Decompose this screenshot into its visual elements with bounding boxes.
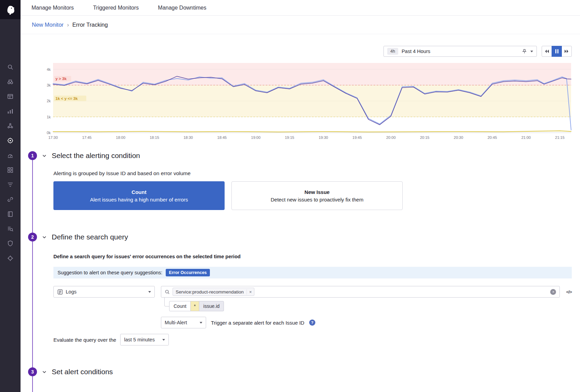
evaluation-window-value: last 5 minutes [124,337,160,342]
step-1-badge: 1 [28,151,37,160]
svg-text:1k: 1k [47,115,51,119]
aggregation-star-pill[interactable]: * [190,301,199,311]
new-issue-card-title: New Issue [304,189,329,195]
chevron-down-icon[interactable] [42,235,47,240]
svg-text:2k: 2k [47,99,51,103]
section-1-header[interactable]: 1 Select the alerting condition [28,151,580,160]
sidebar-nav [0,60,21,265]
monitors-topnav: Manage Monitors Triggered Monitors Manag… [21,0,580,16]
fast-forward-icon [564,49,569,54]
svg-text:17:45: 17:45 [82,135,92,140]
service-filter-tag[interactable]: Service:product-recommendation × [173,288,254,296]
count-card[interactable]: Count Alert issues having a high number … [53,181,225,210]
chevron-down-icon [148,291,151,293]
watchdog-icon[interactable] [0,74,21,89]
synthetics-icon[interactable] [0,192,21,207]
page-title: Error Tracking [72,22,108,28]
dashboards-icon[interactable] [0,89,21,104]
clear-query-icon[interactable]: × [550,289,556,295]
time-controls-row: 4h Past 4 Hours [21,46,572,57]
source-select[interactable]: Logs [53,286,155,298]
new-issue-card-subtitle: Detect new issues to proactively fix the… [271,197,364,202]
integrations-icon[interactable] [0,162,21,177]
tab-manage-downtimes[interactable]: Manage Downtimes [158,5,206,11]
evaluation-window-select[interactable]: last 5 minutes [120,334,169,345]
svg-text:21:00: 21:00 [521,135,531,140]
error-occurrences-badge[interactable]: Error Occurrences [166,269,210,276]
rewind-icon [544,49,550,54]
apm-icon[interactable] [0,148,21,162]
aggregation-row: Count * issue.id [164,298,580,311]
tab-triggered-monitors[interactable]: Triggered Monitors [93,5,139,11]
query-search-input[interactable]: Service:product-recommendation × × [161,286,560,298]
aggregation-groupby-pill[interactable]: issue.id [199,301,224,311]
search-icon [165,289,170,295]
evaluate-row: Evaluate the query over the last 5 minut… [53,334,580,345]
metrics-icon[interactable] [0,104,21,118]
pause-icon [555,49,558,53]
alert-condition-cards: Count Alert issues having a high number … [53,181,580,210]
section-3-header[interactable]: 3 Set alert conditions [28,367,580,376]
service-filter-tag-label: Service:product-recommendation [173,289,247,295]
infrastructure-icon[interactable] [0,118,21,133]
chevron-down-icon[interactable] [42,153,47,158]
multi-alert-select[interactable]: Multi-Alert [161,317,206,328]
breadcrumb: New Monitor › Error Tracking [21,16,580,34]
connector-elbow [164,298,169,306]
svg-text:19:45: 19:45 [352,135,362,140]
breadcrumb-separator: › [67,22,69,28]
monitor-create-page: Manage Monitors Triggered Monitors Manag… [0,0,580,392]
datadog-logo[interactable] [0,0,21,19]
rum-icon[interactable] [0,251,21,265]
pipelines-icon[interactable] [0,177,21,192]
alert-mode-row: Multi-Alert Trigger a separate alert for… [161,317,580,328]
code-editor-toggle-icon[interactable]: </> [566,289,572,295]
datadog-dog-icon [5,4,15,15]
chevron-down-icon[interactable] [42,369,47,375]
pause-button[interactable] [552,46,562,57]
svg-text:19:15: 19:15 [285,135,294,140]
step-connector-line [32,158,33,392]
tab-manage-monitors[interactable]: Manage Monitors [31,5,74,11]
search-query-lead: Define a search query for issues' error … [53,254,580,259]
multi-alert-description: Trigger a separate alert for each Issue … [211,320,304,326]
svg-text:17:30: 17:30 [48,135,58,140]
log-search-icon[interactable] [0,221,21,236]
step-3-badge: 3 [28,367,37,376]
svg-text:21:15: 21:15 [555,135,565,140]
pin-icon[interactable] [522,49,527,54]
chevron-down-icon [200,322,202,324]
section-2-header[interactable]: 2 Define the search query [28,233,580,241]
rewind-button[interactable] [542,46,552,57]
count-card-title: Count [131,189,146,195]
section-1-title: Select the alerting condition [52,152,140,160]
svg-text:19:00: 19:00 [251,135,261,140]
count-card-subtitle: Alert issues having a high number of err… [90,197,188,202]
svg-text:20:30: 20:30 [454,135,463,140]
new-issue-card[interactable]: New Issue Detect new issues to proactive… [231,181,403,210]
time-range-selector[interactable]: 4h Past 4 Hours [383,46,537,57]
time-range-shortcut[interactable]: 4h [387,48,398,55]
forward-button[interactable] [562,46,572,57]
security-icon[interactable] [0,236,21,251]
logs-icon [57,289,63,295]
monitors-icon[interactable] [0,133,21,148]
query-row: Logs Service:product-recommendation × × … [53,286,572,298]
evaluate-label: Evaluate the query over the [53,337,116,343]
app-sidebar [0,0,21,392]
chevron-down-icon[interactable] [530,51,533,52]
aggregation-count-pill[interactable]: Count [169,301,191,311]
svg-text:1k < y <= 3k: 1k < y <= 3k [55,96,78,101]
help-icon[interactable]: ? [309,319,315,326]
search-icon[interactable] [0,60,21,74]
svg-text:20:45: 20:45 [488,135,497,140]
breadcrumb-new-monitor-link[interactable]: New Monitor [32,22,64,28]
notebooks-icon[interactable] [0,207,21,221]
remove-tag-icon[interactable]: × [247,289,254,295]
time-range-label: Past 4 Hours [402,49,518,54]
section-2-title: Define the search query [52,233,128,241]
svg-text:18:30: 18:30 [184,135,193,140]
svg-text:18:15: 18:15 [150,135,159,140]
query-suggestion-bar: Suggestion to alert on these query sugge… [53,267,572,278]
source-select-value: Logs [66,289,146,295]
